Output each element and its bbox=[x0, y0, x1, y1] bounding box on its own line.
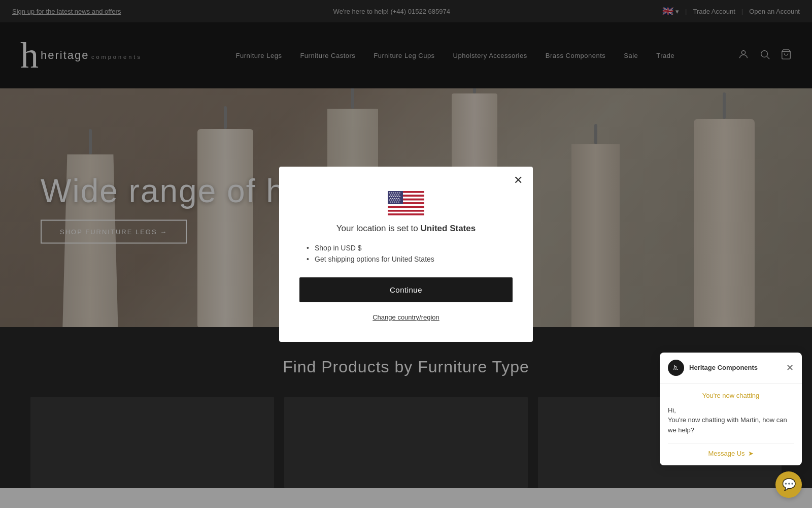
chat-status: You're now chatting bbox=[668, 392, 794, 399]
chat-close-button[interactable]: ✕ bbox=[786, 362, 794, 373]
us-flag-container: ★★★★★★ ★★★★★ ★★★★★★ ★★★★★ ★★★★★★ ★★★★★ bbox=[299, 191, 513, 215]
modal-bullet-1: Shop in USD $ bbox=[315, 244, 513, 252]
modal-change-button[interactable]: Change country/region bbox=[373, 313, 439, 321]
svg-rect-15 bbox=[388, 211, 424, 213]
svg-rect-12 bbox=[388, 206, 424, 208]
us-flag-icon: ★★★★★★ ★★★★★ ★★★★★★ ★★★★★ ★★★★★★ ★★★★★ bbox=[388, 191, 424, 215]
message-us-button[interactable]: Message Us ➤ bbox=[668, 443, 794, 457]
svg-text:★★★★★: ★★★★★ bbox=[390, 200, 400, 203]
chat-widget: h. Heritage Components ✕ You're now chat… bbox=[660, 353, 802, 498]
modal-bullets: Shop in USD $ Get shipping options for U… bbox=[299, 244, 513, 263]
chat-greeting: Hi, You're now chatting with Martin, how… bbox=[668, 405, 794, 435]
chat-bubble-button[interactable]: 💬 bbox=[775, 471, 802, 498]
modal-location-name: United States bbox=[421, 224, 476, 233]
svg-rect-16 bbox=[388, 213, 424, 215]
svg-rect-11 bbox=[388, 204, 424, 206]
modal-continue-button[interactable]: Continue bbox=[299, 277, 513, 302]
chat-brand: h. Heritage Components bbox=[668, 360, 758, 376]
chat-logo-letter: h. bbox=[673, 364, 679, 372]
svg-rect-13 bbox=[388, 208, 424, 210]
modal-location-text: Your location is set to United States bbox=[299, 224, 513, 234]
chat-popup-body: You're now chatting Hi, You're now chatt… bbox=[660, 384, 802, 466]
modal-title-prefix: Your location is set to bbox=[336, 224, 421, 233]
chat-logo: h. bbox=[668, 360, 684, 376]
chat-hi: Hi, bbox=[668, 406, 676, 414]
arrow-right-icon: ➤ bbox=[748, 450, 754, 457]
modal-close-button[interactable]: ✕ bbox=[514, 175, 523, 186]
chat-bubble-icon: 💬 bbox=[782, 478, 796, 491]
location-modal: ✕ ★★★★★★ bbox=[279, 167, 533, 342]
svg-rect-14 bbox=[388, 210, 424, 212]
chat-popup-header: h. Heritage Components ✕ bbox=[660, 353, 802, 384]
chat-popup: h. Heritage Components ✕ You're now chat… bbox=[660, 353, 802, 466]
chat-message-text: You're now chatting with Martin, how can… bbox=[668, 416, 787, 434]
message-us-label: Message Us bbox=[708, 450, 745, 457]
chat-brand-name: Heritage Components bbox=[689, 364, 758, 371]
modal-bullet-2: Get shipping options for United States bbox=[315, 255, 513, 263]
